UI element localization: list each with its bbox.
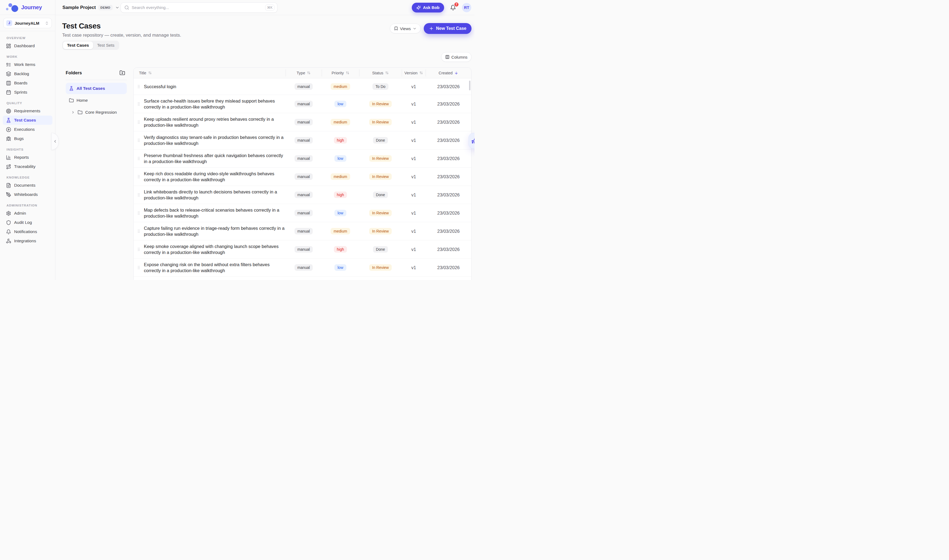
folder-item-home[interactable]: Home — [66, 95, 127, 106]
sidebar-item-backlog[interactable]: Backlog — [3, 69, 52, 78]
ai-assistant-button[interactable] — [468, 133, 474, 149]
test-case-title: Keep smoke coverage aligned with changin… — [144, 244, 279, 255]
table-row[interactable]: Keep uploads resilient around proxy retr… — [134, 113, 471, 131]
drag-handle-icon[interactable] — [137, 229, 141, 233]
sidebar-item-integrations[interactable]: Integrations — [3, 236, 52, 246]
workspace-selector[interactable]: J JourneyALM — [3, 18, 52, 28]
executions-icon — [6, 127, 11, 132]
priority-badge: medium — [331, 83, 350, 90]
column-header-created[interactable]: Created — [426, 68, 471, 78]
folder-item-label: Core Regression — [85, 110, 117, 115]
column-header-title[interactable]: Title — [134, 68, 286, 78]
column-header-type[interactable]: Type — [286, 68, 322, 78]
table-row[interactable]: Capture failing run evidence in triage-r… — [134, 222, 471, 240]
drag-handle-icon[interactable] — [137, 85, 141, 89]
new-folder-button[interactable] — [119, 69, 126, 76]
sidebar-item-whiteboards[interactable]: Whiteboards — [3, 190, 52, 199]
version-cell: v1 — [411, 211, 416, 216]
drag-handle-icon[interactable] — [137, 192, 141, 197]
documents-icon — [6, 183, 11, 188]
drag-handle-icon[interactable] — [137, 120, 141, 124]
requirements-icon — [6, 109, 11, 114]
project-switcher[interactable]: Sample Project DEMO — [62, 5, 119, 10]
bugs-icon — [6, 136, 11, 142]
user-avatar[interactable]: RT — [462, 3, 471, 12]
new-test-case-button[interactable]: New Test Case — [424, 23, 471, 34]
sidebar-item-notifications[interactable]: Notifications — [3, 227, 52, 236]
created-cell: 23/03/2026 — [437, 138, 460, 143]
table-row[interactable]: Expose changing risk on the board withou… — [134, 258, 471, 277]
test-case-title: Expose changing risk on the board withou… — [144, 262, 270, 273]
search-input[interactable] — [132, 5, 263, 10]
sidebar-item-audit-log[interactable]: Audit Log — [3, 218, 52, 227]
workspace-name: JourneyALM — [15, 21, 39, 26]
sidebar-item-documents[interactable]: Documents — [3, 181, 52, 190]
table-row[interactable]: Link whiteboards directly to launch deci… — [134, 186, 471, 204]
ask-bob-button[interactable]: Ask Bob — [412, 3, 444, 12]
sidebar-item-test-cases[interactable]: Test Cases — [3, 115, 52, 125]
priority-badge: low — [334, 264, 346, 271]
column-header-version[interactable]: Version — [402, 68, 426, 78]
priority-badge: low — [334, 155, 346, 162]
table-row[interactable]: Surface cache-health issues before they … — [134, 95, 471, 113]
table-row[interactable]: Keep smoke coverage aligned with changin… — [134, 240, 471, 258]
drag-handle-icon[interactable] — [137, 211, 141, 215]
table-row[interactable]: Keep rich docs readable during video-sty… — [134, 168, 471, 186]
table-row[interactable]: Verify diagnostics stay tenant-safe in p… — [134, 131, 471, 149]
sidebar-item-traceability[interactable]: Traceability — [3, 162, 52, 171]
sidebar-item-reports[interactable]: Reports — [3, 153, 52, 162]
sort-icon — [307, 71, 311, 75]
tab-test-sets[interactable]: Test Sets — [93, 42, 119, 49]
sidebar-item-label: Integrations — [14, 238, 36, 243]
drag-handle-icon[interactable] — [137, 102, 141, 106]
status-badge: In Review — [369, 228, 392, 234]
column-header-priority[interactable]: Priority — [322, 68, 359, 78]
new-test-case-label: New Test Case — [436, 26, 466, 31]
tab-test-cases[interactable]: Test Cases — [63, 42, 93, 49]
priority-badge: low — [334, 101, 346, 107]
test-case-title: Capture failing run evidence in triage-r… — [144, 226, 285, 237]
folder-item-core-regression[interactable]: Core Regression — [68, 107, 127, 118]
bookmark-icon — [394, 26, 398, 31]
drag-handle-icon[interactable] — [137, 265, 141, 270]
column-header-label: Created — [439, 71, 453, 75]
global-search[interactable]: ⌘K — [120, 2, 277, 13]
sidebar-item-sprints[interactable]: Sprints — [3, 88, 52, 97]
sidebar-item-requirements[interactable]: Requirements — [3, 106, 52, 115]
folder-icon — [69, 98, 74, 103]
sidebar-item-label: Executions — [14, 127, 35, 132]
app-root: Journey J JourneyALM OVERVIEWDashboardWO… — [0, 0, 474, 280]
drag-handle-icon[interactable] — [137, 174, 141, 179]
column-header-status[interactable]: Status — [359, 68, 402, 78]
sidebar-item-label: Boards — [14, 81, 28, 85]
table-scrollbar[interactable] — [469, 81, 470, 90]
folder-item-all-test-cases[interactable]: All Test Cases — [66, 83, 127, 94]
sidebar-item-boards[interactable]: Boards — [3, 78, 52, 88]
priority-badge: high — [334, 137, 347, 143]
chevron-right-icon[interactable] — [71, 111, 75, 114]
table-row[interactable]: Preserve thumbnail freshness after quick… — [134, 149, 471, 168]
table-row[interactable]: Map defects back to release-critical sce… — [134, 204, 471, 222]
columns-button[interactable]: Columns — [441, 52, 471, 62]
status-badge: Done — [373, 192, 388, 198]
notifications-button[interactable]: 7 — [449, 3, 457, 12]
table-row[interactable]: Successful loginmanualmediumTo Dov123/03… — [134, 78, 471, 95]
brand-logo: Journey — [0, 0, 55, 15]
version-cell: v1 — [411, 120, 416, 125]
views-button[interactable]: Views — [390, 24, 421, 33]
sidebar-item-dashboard[interactable]: Dashboard — [3, 41, 52, 51]
backlog-icon — [6, 71, 11, 77]
columns-label: Columns — [451, 55, 467, 59]
sidebar-item-bugs[interactable]: Bugs — [3, 134, 52, 143]
sidebar-item-work-items[interactable]: Work Items — [3, 60, 52, 69]
drag-handle-icon[interactable] — [137, 156, 141, 161]
drag-handle-icon[interactable] — [137, 138, 141, 142]
sidebar-section-label: ADMINISTRATION — [6, 204, 49, 207]
sidebar-item-admin[interactable]: Admin — [3, 209, 52, 218]
topbar: Sample Project DEMO ⌘K Ask Bob 7 RT — [55, 0, 474, 15]
status-badge: To Do — [373, 83, 388, 90]
drag-handle-icon[interactable] — [137, 247, 141, 252]
sidebar-item-executions[interactable]: Executions — [3, 125, 52, 134]
sidebar-item-label: Backlog — [14, 71, 29, 76]
table-row[interactable]: Keep sprint commitments visible by team … — [134, 277, 471, 280]
